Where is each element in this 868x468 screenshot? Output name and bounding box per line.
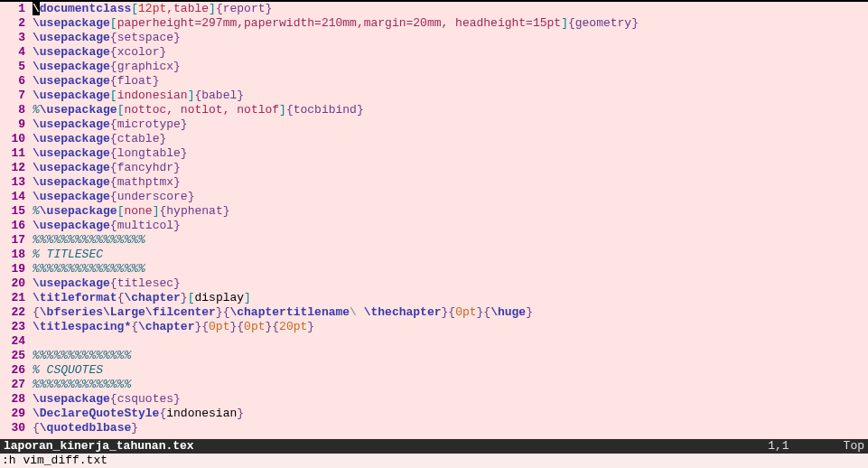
line-content — [27, 334, 33, 349]
line-number: 14 — [0, 190, 27, 204]
line-content: \usepackage{underscore} — [27, 190, 194, 204]
code-line[interactable]: 18% TITLESEC — [0, 248, 868, 262]
line-number: 10 — [0, 132, 27, 146]
line-number: 30 — [0, 421, 27, 435]
code-line[interactable]: 23\titlespacing*{\chapter}{0pt}{0pt}{20p… — [0, 320, 868, 334]
code-line[interactable]: 1\documentclass[12pt,table]{report} — [0, 2, 868, 16]
line-number: 11 — [0, 146, 27, 161]
line-content: %%%%%%%%%%%%%%%% — [27, 262, 145, 276]
code-line[interactable]: 10\usepackage{ctable} — [0, 132, 868, 146]
line-number: 9 — [0, 117, 27, 132]
line-number: 13 — [0, 175, 27, 190]
code-line[interactable]: 22{\bfseries\Large\filcenter}{\chapterti… — [0, 305, 868, 320]
line-number: 1 — [0, 2, 27, 16]
line-content: \usepackage{mathptmx} — [27, 175, 181, 190]
code-line[interactable]: 30{\quotedblbase} — [0, 421, 868, 435]
code-line[interactable]: 21\titleformat{\chapter}[display] — [0, 291, 868, 305]
line-content: \usepackage{ctable} — [27, 132, 166, 146]
line-content: \usepackage{setspace} — [27, 31, 181, 45]
line-content: \usepackage{microtype} — [27, 117, 188, 132]
line-number: 15 — [0, 204, 27, 219]
line-number: 3 — [0, 31, 27, 45]
code-line[interactable]: 3\usepackage{setspace} — [0, 31, 868, 45]
line-content: \usepackage{longtable} — [27, 146, 188, 161]
code-line[interactable]: 14\usepackage{underscore} — [0, 190, 868, 204]
line-content: \usepackage{xcolor} — [27, 45, 166, 60]
code-line[interactable]: 24 — [0, 334, 868, 349]
code-line[interactable]: 15%\usepackage[none]{hyphenat} — [0, 204, 868, 219]
line-content: \DeclareQuoteStyle{indonesian} — [27, 407, 244, 421]
line-number: 2 — [0, 16, 27, 31]
line-number: 6 — [0, 74, 27, 89]
line-number: 24 — [0, 334, 27, 349]
line-content: \usepackage{titlesec} — [27, 276, 181, 291]
line-content: \usepackage{fancyhdr} — [27, 161, 181, 175]
line-number: 22 — [0, 305, 27, 320]
code-line[interactable]: 8%\usepackage[nottoc, notlot, notlof]{to… — [0, 103, 868, 117]
line-content: %%%%%%%%%%%%%% — [27, 349, 131, 363]
line-number: 27 — [0, 378, 27, 392]
line-number: 20 — [0, 276, 27, 291]
line-number: 26 — [0, 363, 27, 378]
line-content: {\bfseries\Large\filcenter}{\chaptertitl… — [27, 305, 533, 320]
line-number: 12 — [0, 161, 27, 175]
line-number: 16 — [0, 219, 27, 233]
code-line[interactable]: 2\usepackage[paperheight=297mm,paperwidt… — [0, 16, 868, 31]
line-content: \titleformat{\chapter}[display] — [27, 291, 251, 305]
line-content: \usepackage{graphicx} — [27, 60, 181, 74]
line-content: %\usepackage[nottoc, notlot, notlof]{toc… — [27, 103, 364, 117]
line-number: 19 — [0, 262, 27, 276]
line-content: %\usepackage[none]{hyphenat} — [27, 204, 230, 219]
line-number: 7 — [0, 89, 27, 103]
line-number: 18 — [0, 248, 27, 262]
code-line[interactable]: 25%%%%%%%%%%%%%% — [0, 349, 868, 363]
cursor-position: 1,1 — [768, 439, 789, 454]
code-line[interactable]: 4\usepackage{xcolor} — [0, 45, 868, 60]
line-content: % CSQUOTES — [27, 363, 103, 378]
line-number: 28 — [0, 392, 27, 407]
status-line: laporan_kinerja_tahunan.tex 1,1 Top — [0, 439, 868, 454]
line-content: \usepackage{csquotes} — [27, 392, 181, 407]
code-line[interactable]: 5\usepackage{graphicx} — [0, 60, 868, 74]
line-number: 21 — [0, 291, 27, 305]
code-area[interactable]: 1\documentclass[12pt,table]{report}2\use… — [0, 2, 868, 439]
code-line[interactable]: 19%%%%%%%%%%%%%%%% — [0, 262, 868, 276]
line-number: 4 — [0, 45, 27, 60]
code-line[interactable]: 20\usepackage{titlesec} — [0, 276, 868, 291]
code-line[interactable]: 29\DeclareQuoteStyle{indonesian} — [0, 407, 868, 421]
line-number: 5 — [0, 60, 27, 74]
line-number: 17 — [0, 233, 27, 248]
code-line[interactable]: 9\usepackage{microtype} — [0, 117, 868, 132]
code-line[interactable]: 11\usepackage{longtable} — [0, 146, 868, 161]
line-content: %%%%%%%%%%%%%%%% — [27, 233, 145, 248]
line-number: 23 — [0, 320, 27, 334]
code-line[interactable]: 28\usepackage{csquotes} — [0, 392, 868, 407]
line-content: {\quotedblbase} — [27, 421, 138, 435]
line-content: \documentclass[12pt,table]{report} — [27, 2, 272, 16]
line-content: \usepackage[paperheight=297mm,paperwidth… — [27, 16, 639, 31]
line-content: % TITLESEC — [27, 248, 103, 262]
filename: laporan_kinerja_tahunan.tex — [4, 439, 194, 454]
command-line[interactable]: :h vim_diff.txt — [0, 454, 868, 468]
line-number: 25 — [0, 349, 27, 363]
line-content: %%%%%%%%%%%%%% — [27, 378, 131, 392]
code-line[interactable]: 7\usepackage[indonesian]{babel} — [0, 89, 868, 103]
code-line[interactable]: 27%%%%%%%%%%%%%% — [0, 378, 868, 392]
code-line[interactable]: 16\usepackage{multicol} — [0, 219, 868, 233]
vim-editor: 1\documentclass[12pt,table]{report}2\use… — [0, 0, 868, 468]
code-line[interactable]: 17%%%%%%%%%%%%%%%% — [0, 233, 868, 248]
code-line[interactable]: 13\usepackage{mathptmx} — [0, 175, 868, 190]
line-number: 8 — [0, 103, 27, 117]
code-line[interactable]: 6\usepackage{float} — [0, 74, 868, 89]
line-content: \usepackage[indonesian]{babel} — [27, 89, 244, 103]
line-content: \titlespacing*{\chapter}{0pt}{0pt}{20pt} — [27, 320, 314, 334]
code-line[interactable]: 26% CSQUOTES — [0, 363, 868, 378]
line-number: 29 — [0, 407, 27, 421]
code-line[interactable]: 12\usepackage{fancyhdr} — [0, 161, 868, 175]
line-content: \usepackage{multicol} — [27, 219, 181, 233]
scroll-indicator: Top — [844, 439, 864, 454]
line-content: \usepackage{float} — [27, 74, 159, 89]
